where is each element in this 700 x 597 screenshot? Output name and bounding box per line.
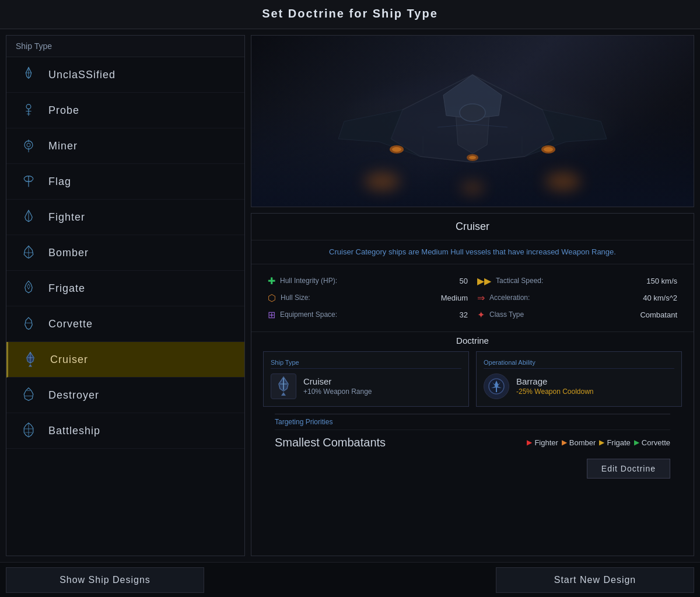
hull-integrity-value: 50 [454, 277, 468, 285]
svg-point-45 [469, 156, 476, 159]
svg-marker-26 [29, 364, 32, 367]
start-new-design-button[interactable]: Start New Design [496, 567, 694, 593]
class-type-value: Combatant [634, 310, 677, 319]
frigate-ship-name: Frigate [48, 282, 85, 295]
target-frigate: ▶Frigate [599, 438, 630, 447]
ship-list-item-probe[interactable]: Probe [6, 93, 244, 128]
targeting-section: Targeting Priorities Smallest Combatants… [263, 414, 682, 455]
flag-ship-name: Flag [48, 176, 71, 188]
hull-integrity-icon: ✚ [268, 275, 275, 287]
main-layout: Ship Type UnclaSSifiedProbeMinerFlagFigh… [0, 29, 700, 562]
stat-class-type: ✦ Class Type Combatant [473, 306, 682, 323]
destroyer-ship-icon [18, 385, 39, 406]
ship-type-card: Ship Type [263, 351, 469, 407]
operational-ability-card: Operational Ability Barrage [476, 351, 682, 407]
right-panel: Cruiser Cruiser Category ships are Mediu… [251, 35, 694, 556]
battleship-ship-name: Battleship [48, 425, 100, 437]
target-fighter: ▶Fighter [527, 438, 558, 447]
operational-ability-header: Operational Ability [484, 359, 674, 369]
ship-list-item-unclassified[interactable]: UnclaSSified [6, 57, 244, 93]
svg-marker-53 [281, 392, 286, 396]
svg-point-43 [544, 147, 553, 152]
fighter-ship-icon [18, 207, 39, 228]
ship-list-item-miner[interactable]: Miner [6, 128, 244, 164]
hull-size-icon: ⬡ [268, 292, 276, 303]
stats-grid: ✚ Hull Integrity (HP): 50 ⬡ Hull Size: M… [251, 264, 694, 332]
title-bar: Set Doctrine for Ship Type [0, 0, 700, 29]
destroyer-ship-name: Destroyer [48, 389, 99, 402]
targeting-label: Smallest Combatants [275, 436, 386, 449]
barrage-icon [484, 373, 509, 399]
corvette-ship-icon [18, 313, 39, 334]
info-panel: Cruiser Cruiser Category ships are Mediu… [251, 213, 694, 556]
doctrine-title: Doctrine [263, 336, 682, 345]
stat-equipment-space: ⊞ Equipment Space: 32 [263, 306, 473, 323]
barrage-name: Barrage [516, 376, 594, 386]
stat-hull-integrity: ✚ Hull Integrity (HP): 50 [263, 273, 473, 289]
unclassified-ship-name: UnclaSSified [48, 69, 116, 81]
fighter-ship-name: Fighter [48, 211, 85, 224]
svg-point-41 [392, 147, 401, 152]
ship-list: UnclaSSifiedProbeMinerFlagFighterBomberF… [6, 57, 244, 556]
ship-list-item-corvette[interactable]: Corvette [6, 306, 244, 342]
spaceship-svg [321, 63, 624, 180]
hull-size-value: Medium [435, 294, 468, 302]
probe-ship-name: Probe [48, 104, 79, 117]
frigate-ship-icon [18, 278, 39, 299]
ship-list-item-frigate[interactable]: Frigate [6, 271, 244, 306]
tactical-speed-value: 150 km/s [640, 277, 677, 285]
class-type-label: Class Type [489, 310, 524, 319]
unclassified-ship-icon [18, 64, 39, 85]
targeting-chain: ▶Fighter▶Bomber▶Frigate▶Corvette [527, 438, 670, 447]
equipment-space-icon: ⊞ [268, 309, 275, 320]
flag-ship-icon [18, 171, 39, 192]
battleship-ship-icon [18, 420, 39, 441]
svg-marker-19 [25, 281, 32, 293]
ship-list-item-flag[interactable]: Flag [6, 164, 244, 200]
svg-point-39 [460, 104, 485, 121]
ship-list-item-fighter[interactable]: Fighter [6, 200, 244, 235]
ship-image-box [251, 35, 694, 207]
ship-type-doctrine-icon [271, 373, 296, 399]
ship-list-item-cruiser[interactable]: Cruiser [6, 342, 244, 378]
corvette-ship-name: Corvette [48, 318, 93, 330]
cruiser-ship-icon [20, 349, 41, 370]
acceleration-value: 40 km/s^2 [637, 294, 677, 302]
equipment-space-value: 32 [454, 310, 468, 319]
edit-doctrine-button[interactable]: Edit Doctrine [587, 459, 670, 479]
hull-integrity-label: Hull Integrity (HP): [280, 277, 337, 285]
stat-hull-size: ⬡ Hull Size: Medium [263, 289, 473, 306]
ship-description: Cruiser Category ships are Medium Hull v… [251, 240, 694, 264]
ship-list-item-bomber[interactable]: Bomber [6, 235, 244, 271]
svg-marker-27 [24, 388, 33, 401]
target-bomber: ▶Bomber [562, 438, 596, 447]
svg-point-8 [27, 143, 30, 146]
targeting-header: Targeting Priorities [275, 414, 670, 430]
ship-type-header: Ship Type [6, 36, 244, 57]
page-title: Set Doctrine for Ship Type [262, 7, 438, 20]
ship-list-item-battleship[interactable]: Battleship [6, 413, 244, 449]
equipment-space-label: Equipment Space: [280, 310, 337, 319]
show-ship-designs-button[interactable]: Show Ship Designs [6, 567, 204, 593]
ship-type-doctrine-name: Cruiser [303, 376, 372, 386]
stat-tactical-speed: ▶▶ Tactical Speed: 150 km/s [473, 273, 682, 289]
stats-right: ▶▶ Tactical Speed: 150 km/s ⇒ Accelerati… [473, 273, 682, 323]
target-corvette: ▶Corvette [634, 438, 670, 447]
ship-info-title: Cruiser [251, 214, 694, 240]
ship-image [251, 36, 694, 207]
tactical-speed-icon: ▶▶ [477, 275, 491, 287]
probe-ship-icon [18, 100, 39, 121]
ship-list-item-destroyer[interactable]: Destroyer [6, 378, 244, 413]
acceleration-label: Acceleration: [489, 294, 530, 302]
stat-acceleration: ⇒ Acceleration: 40 km/s^2 [473, 289, 682, 306]
ship-type-card-header: Ship Type [271, 359, 461, 369]
barrage-effect: -25% Weapon Cooldown [516, 387, 594, 396]
cruiser-ship-name: Cruiser [50, 354, 88, 366]
svg-point-3 [26, 104, 31, 109]
svg-marker-20 [27, 284, 30, 289]
bomber-ship-icon [18, 242, 39, 263]
class-type-icon: ✦ [477, 309, 485, 320]
miner-ship-name: Miner [48, 140, 78, 152]
tactical-speed-label: Tactical Speed: [496, 277, 543, 285]
targeting-content: Smallest Combatants ▶Fighter▶Bomber▶Frig… [275, 436, 670, 449]
